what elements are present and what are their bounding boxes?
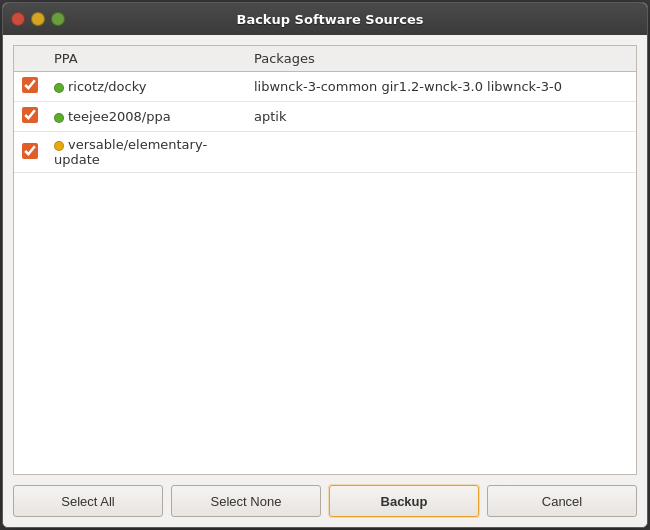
select-none-button[interactable]: Select None <box>171 485 321 517</box>
row-packages: aptik <box>246 102 636 132</box>
row-checkbox[interactable] <box>22 77 38 93</box>
sources-table: PPA Packages ricotz/dockylibwnck-3-commo… <box>14 46 636 173</box>
maximize-button[interactable] <box>51 12 65 26</box>
content-area: PPA Packages ricotz/dockylibwnck-3-commo… <box>3 35 647 527</box>
row-checkbox-cell <box>14 102 46 132</box>
row-checkbox-cell <box>14 132 46 173</box>
status-dot <box>54 113 64 123</box>
table-row: teejee2008/ppaaptik <box>14 102 636 132</box>
row-packages <box>246 132 636 173</box>
row-checkbox[interactable] <box>22 107 38 123</box>
row-ppa: teejee2008/ppa <box>46 102 246 132</box>
window-title: Backup Software Sources <box>71 12 589 27</box>
table-row: versable/elementary-update <box>14 132 636 173</box>
row-ppa: versable/elementary-update <box>46 132 246 173</box>
status-dot <box>54 141 64 151</box>
cancel-button[interactable]: Cancel <box>487 485 637 517</box>
minimize-button[interactable] <box>31 12 45 26</box>
row-packages: libwnck-3-common gir1.2-wnck-3.0 libwnck… <box>246 72 636 102</box>
row-checkbox-cell <box>14 72 46 102</box>
ppa-text: teejee2008/ppa <box>68 109 171 124</box>
col-packages: Packages <box>246 46 636 72</box>
table-container: PPA Packages ricotz/dockylibwnck-3-commo… <box>13 45 637 475</box>
status-dot <box>54 83 64 93</box>
close-button[interactable] <box>11 12 25 26</box>
table-row: ricotz/dockylibwnck-3-common gir1.2-wnck… <box>14 72 636 102</box>
button-row: Select All Select None Backup Cancel <box>13 485 637 517</box>
row-checkbox[interactable] <box>22 143 38 159</box>
table-header-row: PPA Packages <box>14 46 636 72</box>
ppa-text: ricotz/docky <box>68 79 146 94</box>
backup-button[interactable]: Backup <box>329 485 479 517</box>
select-all-button[interactable]: Select All <box>13 485 163 517</box>
titlebar: Backup Software Sources <box>3 3 647 35</box>
main-window: Backup Software Sources PPA Packages ric… <box>2 2 648 528</box>
col-ppa: PPA <box>46 46 246 72</box>
ppa-text: versable/elementary-update <box>54 137 207 167</box>
row-ppa: ricotz/docky <box>46 72 246 102</box>
col-check <box>14 46 46 72</box>
